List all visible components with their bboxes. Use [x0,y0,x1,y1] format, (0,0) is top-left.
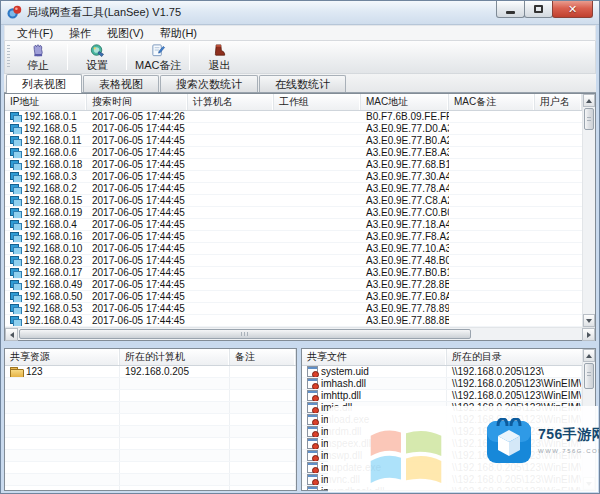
scroll-up-button[interactable] [583,349,595,362]
empty-row [5,474,296,486]
file-icon [307,450,318,461]
arrow-down-icon [586,319,592,323]
column-header[interactable]: 计算机名 [188,94,274,110]
table-row[interactable]: 192.168.0.62017-06-05 17:44:45A3.E0.9E.7… [5,147,582,159]
shared-resources-header: 共享资源所在的计算机备注 [5,349,296,366]
file-icon [307,486,318,491]
column-header[interactable]: 备注 [230,349,296,365]
settings-gear-icon [89,43,105,58]
main-table-header: IP地址搜索时间计算机名工作组MAC地址MAC备注用户名 [5,94,595,111]
maximize-button[interactable] [524,1,553,18]
table-row[interactable]: 192.168.0.432017-06-05 17:44:45A3.E0.9E.… [5,315,582,327]
list-item[interactable]: imhttp.dll\\192.168.0.205\123\WinEIM\bin… [302,390,582,402]
computer-icon [10,160,21,170]
table-row[interactable]: 192.168.0.42017-06-05 17:44:45A3.E0.9E.7… [5,219,582,231]
window-title: 局域网查看工具(LanSee) V1.75 [27,5,181,20]
tab-list-view[interactable]: 列表视图 [6,74,82,93]
table-row[interactable]: 192.168.0.502017-06-05 17:44:45A3.E0.9E.… [5,291,582,303]
menu-item-view[interactable]: 视图(V) [99,26,152,41]
tab-search-count-stats[interactable]: 搜索次数统计 [160,75,258,92]
table-row[interactable]: 192.168.0.162017-06-05 17:44:45A3.E0.9E.… [5,231,582,243]
computer-icon [10,148,21,158]
scrollbar-thumb[interactable] [584,108,594,130]
menu-item-operate[interactable]: 操作 [61,26,99,41]
file-icon [307,474,318,485]
exit-boot-icon [211,43,227,58]
file-icon [307,414,318,425]
close-button[interactable]: ✕ [552,1,593,18]
column-header[interactable]: 所在的目录 [447,349,595,365]
watermark: 756手游网 WWW.756G.COM [328,406,598,492]
menu-item-file[interactable]: 文件(F) [9,26,61,41]
table-row[interactable]: 192.168.0.192017-06-05 17:44:45A3.E0.9E.… [5,207,582,219]
empty-row [5,390,296,402]
splitter[interactable] [4,341,596,348]
table-row[interactable]: 192.168.0.172017-06-05 17:44:45A3.E0.9E.… [5,267,582,279]
computer-icon [10,292,21,302]
scroll-down-button[interactable] [583,314,595,327]
settings-button[interactable]: 设置 [70,41,124,73]
computer-icon [10,232,21,242]
exit-button[interactable]: 退出 [192,41,246,73]
shared-files-header: 共享文件所在的目录 [302,349,595,366]
file-icon [307,426,318,437]
column-header[interactable]: 所在的计算机 [120,349,230,365]
column-header[interactable]: 用户名 [535,94,582,110]
computer-icon [10,256,21,266]
table-row[interactable]: 192.168.0.102017-06-05 17:44:45A3.E0.9E.… [5,243,582,255]
file-icon [307,390,318,401]
list-item[interactable]: 123192.168.0.205 [5,366,296,378]
tab-online-count-stats[interactable]: 在线数统计 [259,75,346,92]
windows-logo-icon [360,414,452,494]
column-header[interactable]: IP地址 [5,94,87,110]
menu-item-help[interactable]: 帮助(H) [152,26,205,41]
table-row[interactable]: 192.168.0.112017-06-05 17:44:45A3.E0.9E.… [5,135,582,147]
file-icon [307,402,318,413]
maximize-icon [534,5,543,13]
list-item[interactable]: imhash.dll\\192.168.0.205\123\WinEIM\bin… [302,378,582,390]
table-row[interactable]: 192.168.0.232017-06-05 17:44:45A3.E0.9E.… [5,255,582,267]
computer-icon [10,112,21,122]
stop-button[interactable]: 停止 [11,41,65,73]
table-row[interactable]: 192.168.0.32017-06-05 17:44:45A3.E0.9E.7… [5,171,582,183]
device-table: IP地址搜索时间计算机名工作组MAC地址MAC备注用户名 192.168.0.1… [4,93,596,341]
tab-table-view[interactable]: 表格视图 [83,75,159,92]
file-icon [307,366,318,377]
mac-note-button[interactable]: MAC备注 [129,41,187,73]
computer-icon [10,304,21,314]
column-header[interactable]: 工作组 [274,94,361,110]
scroll-left-button[interactable] [5,328,18,341]
empty-row [5,486,296,491]
empty-row [5,462,296,474]
minimize-button[interactable] [496,1,525,18]
column-header[interactable]: 搜索时间 [87,94,188,110]
close-icon: ✕ [568,4,577,15]
vertical-scrollbar[interactable] [582,94,595,327]
computer-icon [10,136,21,146]
table-row[interactable]: 192.168.0.52017-06-05 17:44:45A3.E0.9E.7… [5,123,582,135]
column-header[interactable]: MAC备注 [449,94,535,110]
empty-row [5,378,296,390]
file-icon [307,378,318,389]
file-icon [307,462,318,473]
table-row[interactable]: 192.168.0.152017-06-05 17:44:45A3.E0.9E.… [5,195,582,207]
table-row[interactable]: 192.168.0.492017-06-05 17:44:45A3.E0.9E.… [5,279,582,291]
scrollbar-thumb[interactable] [584,363,594,389]
scroll-up-button[interactable] [583,94,595,107]
list-item[interactable]: system.uid\\192.168.0.205\123\ [302,366,582,378]
table-row[interactable]: 192.168.0.12017-06-05 17:44:26B0.F7.6B.0… [5,111,582,123]
title-bar[interactable]: 局域网查看工具(LanSee) V1.75 ✕ [1,1,599,25]
column-header[interactable]: 共享资源 [5,349,120,365]
column-header[interactable]: MAC地址 [361,94,449,110]
horizontal-scrollbar[interactable] [5,327,595,340]
table-row[interactable]: 192.168.0.22017-06-05 17:44:45A3.E0.9E.7… [5,183,582,195]
computer-icon [10,208,21,218]
scroll-right-button[interactable] [582,328,595,341]
table-row[interactable]: 192.168.0.182017-06-05 17:44:45A3.E0.9E.… [5,159,582,171]
scrollbar-thumb[interactable] [19,329,471,339]
computer-icon [10,172,21,182]
table-row[interactable]: 192.168.0.532017-06-05 17:44:45A3.E0.9E.… [5,303,582,315]
scrollbar-track[interactable] [472,328,582,340]
column-header[interactable]: 共享文件 [302,349,447,365]
computer-icon [10,220,21,230]
